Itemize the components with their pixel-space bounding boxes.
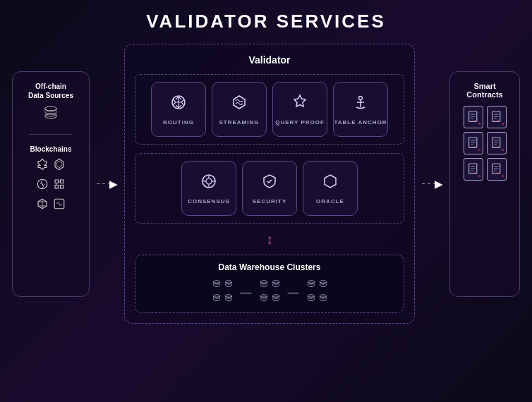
svg-rect-7 [55, 185, 59, 188]
cluster-1-bottom [212, 293, 234, 305]
blockchain-icons [36, 158, 66, 213]
bottom-services-container: CONSENSUS SECURITY [135, 153, 404, 224]
svg-rect-5 [55, 180, 59, 183]
svg-point-30 [225, 281, 231, 284]
validator-label: Validator [135, 54, 404, 66]
left-panel: Off-chainData Sources Blockchains [12, 71, 90, 297]
svg-point-36 [272, 295, 279, 298]
dw-label: Data Warehouse Clusters [143, 262, 397, 272]
svg-point-40 [320, 295, 326, 298]
cluster-db-7 [259, 293, 269, 305]
routing-label: ROUTING [163, 119, 194, 126]
services-row-1: ROUTING STREAMING [143, 82, 397, 137]
diagram-area: Off-chainData Sources Blockchains [12, 44, 520, 324]
svg-marker-17 [234, 96, 245, 109]
vertical-arrow: ↕ [135, 232, 404, 246]
cluster-3 [306, 279, 328, 305]
services-row-2: CONSENSUS SECURITY [143, 161, 397, 216]
right-connector: ▶ [422, 178, 442, 190]
cluster-db-10 [318, 279, 328, 291]
dw-clusters: — [143, 279, 397, 305]
smart-contracts-label: SmartContracts [466, 82, 502, 99]
center-panel: Validator ROUTING [124, 44, 415, 324]
chain-icon-2 [53, 158, 66, 173]
contract-2: × [487, 106, 507, 128]
cluster-1 [212, 279, 234, 305]
service-table-anchor: TABLE ANCHOR [333, 82, 388, 137]
svg-point-32 [225, 295, 231, 298]
svg-text:×: × [473, 145, 476, 149]
chain-icon-4 [53, 178, 66, 193]
oracle-label: ORACLE [316, 198, 344, 205]
service-routing: ROUTING [151, 82, 206, 137]
database-icon [42, 104, 59, 124]
cluster-connector-2: — [288, 286, 299, 299]
routing-icon [170, 94, 187, 115]
cluster-db-8 [271, 293, 281, 305]
svg-point-19 [359, 96, 363, 99]
chain-icon-6 [53, 197, 66, 213]
cluster-3-top [306, 279, 328, 291]
svg-marker-28 [325, 175, 336, 188]
contract-5: × [464, 158, 483, 181]
service-query-proof: QUERY PROOF [272, 82, 327, 137]
service-consensus: CONSENSUS [181, 161, 236, 216]
svg-point-39 [308, 295, 314, 298]
separator [29, 134, 73, 135]
cluster-db-6 [271, 279, 281, 291]
left-connector: ▶ [97, 178, 117, 190]
svg-point-35 [260, 295, 267, 298]
table-anchor-label: TABLE ANCHOR [334, 119, 387, 126]
svg-text:×: × [473, 118, 476, 123]
offchain-label: Off-chainData Sources [28, 82, 73, 100]
query-proof-icon [291, 94, 308, 115]
contract-4: × [487, 132, 507, 154]
svg-text:×: × [497, 145, 499, 149]
consensus-icon [200, 173, 217, 194]
service-streaming: STREAMING [212, 82, 267, 137]
top-services-container: ROUTING STREAMING [135, 74, 404, 145]
security-label: SECURITY [253, 198, 286, 205]
cluster-db-2 [224, 279, 234, 291]
offchain-section: Off-chainData Sources [28, 82, 73, 124]
svg-point-31 [213, 295, 219, 298]
consensus-label: CONSENSUS [188, 198, 230, 205]
blockchains-section: Blockchains [30, 145, 72, 213]
cluster-connector-1: — [241, 286, 252, 299]
blockchains-label: Blockchains [30, 145, 72, 154]
svg-point-38 [320, 281, 326, 284]
svg-point-34 [272, 281, 279, 284]
svg-point-23 [206, 178, 212, 184]
query-proof-label: QUERY PROOF [275, 119, 325, 126]
svg-rect-6 [60, 180, 64, 183]
cluster-db-4 [224, 293, 234, 305]
chain-icon-3 [36, 178, 49, 193]
contract-1: × [464, 106, 483, 128]
contract-3: × [464, 132, 483, 154]
contract-6: × [487, 158, 507, 181]
cluster-db-1 [212, 279, 222, 291]
data-warehouse-section: Data Warehouse Clusters [135, 255, 404, 313]
svg-point-29 [213, 281, 219, 284]
svg-point-0 [45, 106, 57, 111]
cluster-2 [259, 279, 281, 305]
contract-icons-grid: × × × × × × [464, 106, 507, 181]
table-anchor-icon [352, 94, 369, 115]
cluster-2-bottom [259, 293, 281, 305]
cluster-db-12 [318, 293, 328, 305]
service-security: SECURITY [242, 161, 297, 216]
svg-point-37 [308, 281, 314, 284]
svg-marker-2 [55, 159, 64, 169]
cluster-db-9 [306, 279, 316, 291]
right-panel: SmartContracts × × × × × × [449, 71, 520, 297]
svg-marker-3 [56, 161, 62, 167]
streaming-icon [231, 94, 248, 115]
svg-text:×: × [497, 118, 499, 123]
streaming-label: STREAMING [219, 119, 260, 126]
page-title: VALIDATOR SERVICES [146, 11, 386, 32]
oracle-icon [322, 173, 339, 194]
cluster-db-11 [306, 293, 316, 305]
security-icon [261, 173, 278, 194]
svg-marker-18 [294, 95, 306, 106]
cluster-db-5 [259, 279, 269, 291]
